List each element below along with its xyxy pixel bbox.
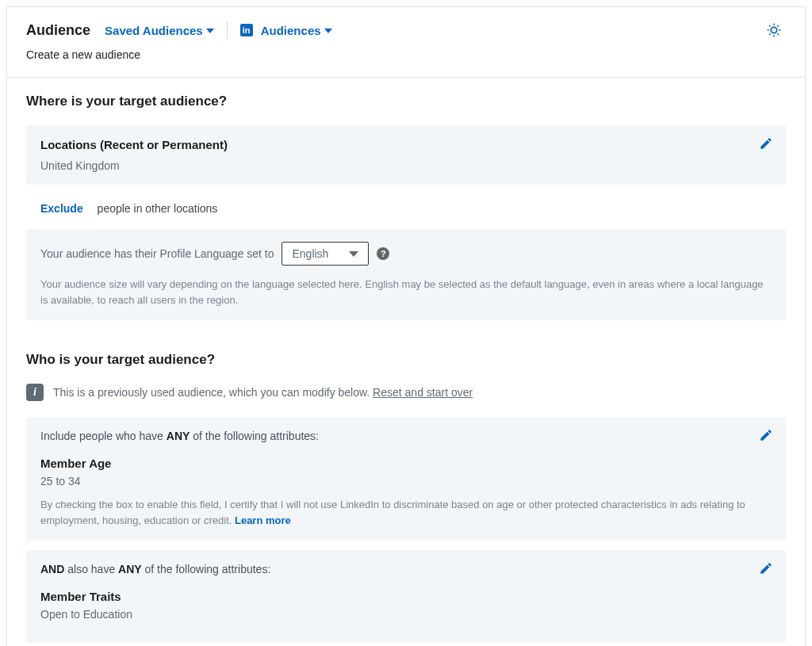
locations-card: Locations (Recent or Permanent) United K… xyxy=(26,125,786,185)
and-word: AND xyxy=(40,563,64,575)
language-select[interactable]: English xyxy=(282,242,369,266)
pencil-icon xyxy=(759,136,773,151)
and-line: AND also have ANY of the following attri… xyxy=(40,563,772,575)
language-note: Your audience size will vary depending o… xyxy=(40,277,772,308)
panel-header: Audience Saved Audiences in Audiences xyxy=(7,7,805,48)
member-traits-label: Member Traits xyxy=(40,590,772,603)
locations-label: Locations (Recent or Permanent) xyxy=(40,138,772,151)
member-traits-value: Open to Education xyxy=(40,608,772,621)
include-prefix: Include people who have xyxy=(40,430,167,442)
learn-more-link[interactable]: Learn more xyxy=(235,514,291,526)
attribute-block-2: AND also have ANY of the following attri… xyxy=(26,550,786,643)
reset-link[interactable]: Reset and start over xyxy=(373,386,473,399)
who-section-title: Who is your target audience? xyxy=(26,352,786,368)
svg-line-8 xyxy=(778,25,779,26)
svg-line-5 xyxy=(769,25,770,26)
any-word: ANY xyxy=(118,563,142,575)
info-text: This is a previously used audience, whic… xyxy=(53,386,473,399)
exclude-description: people in other locations xyxy=(98,202,218,215)
divider xyxy=(227,21,228,39)
where-section-title: Where is your target audience? xyxy=(26,94,786,109)
member-age-value: 25 to 34 xyxy=(40,475,772,487)
who-section: Who is your target audience? i This is a… xyxy=(7,346,805,646)
caret-down-icon xyxy=(349,251,358,257)
include-line: Include people who have ANY of the follo… xyxy=(40,430,772,442)
mid-text: also have xyxy=(64,563,118,575)
lightbulb-tip-icon[interactable] xyxy=(765,21,783,41)
any-word: ANY xyxy=(167,430,190,442)
member-age-label: Member Age xyxy=(40,457,772,470)
edit-attributes-button[interactable] xyxy=(759,428,773,445)
caret-down-icon xyxy=(324,29,332,33)
create-audience-subtitle: Create a new audience xyxy=(7,48,805,77)
pencil-icon xyxy=(759,428,773,442)
info-icon: i xyxy=(26,384,44,401)
language-value: English xyxy=(292,247,328,260)
language-row: Your audience has their Profile Language… xyxy=(40,242,772,266)
suffix: of the following attributes: xyxy=(142,563,271,575)
edit-attributes-button[interactable] xyxy=(759,561,773,578)
edit-locations-button[interactable] xyxy=(759,136,773,153)
locations-value: United Kingdom xyxy=(40,159,772,172)
audiences-label: Audiences xyxy=(261,24,321,37)
linkedin-icon: in xyxy=(240,24,253,36)
exclude-link[interactable]: Exclude xyxy=(40,202,83,215)
language-card: Your audience has their Profile Language… xyxy=(26,229,786,320)
pencil-icon xyxy=(759,561,773,575)
exclude-row: Exclude people in other locations xyxy=(26,194,786,229)
where-section: Where is your target audience? Locations… xyxy=(7,78,805,346)
audiences-dropdown[interactable]: in Audiences xyxy=(240,24,332,37)
saved-audiences-dropdown[interactable]: Saved Audiences xyxy=(105,24,214,37)
info-message: This is a previously used audience, whic… xyxy=(53,386,373,399)
caret-down-icon xyxy=(206,29,214,33)
svg-point-0 xyxy=(771,27,776,32)
info-row: i This is a previously used audience, wh… xyxy=(26,384,786,401)
saved-audiences-label: Saved Audiences xyxy=(105,24,203,37)
attribute-block-1: Include people who have ANY of the follo… xyxy=(26,417,786,541)
age-disclaimer: By checking the box to enable this field… xyxy=(40,497,772,528)
include-suffix: of the following attributes: xyxy=(190,430,319,442)
page-title: Audience xyxy=(26,22,90,39)
disclaimer-text: By checking the box to enable this field… xyxy=(40,499,745,526)
svg-line-7 xyxy=(769,34,770,35)
svg-line-6 xyxy=(778,34,779,35)
audience-panel: Audience Saved Audiences in Audiences xyxy=(6,6,806,646)
help-icon[interactable]: ? xyxy=(377,247,389,260)
language-prefix: Your audience has their Profile Language… xyxy=(40,247,274,260)
